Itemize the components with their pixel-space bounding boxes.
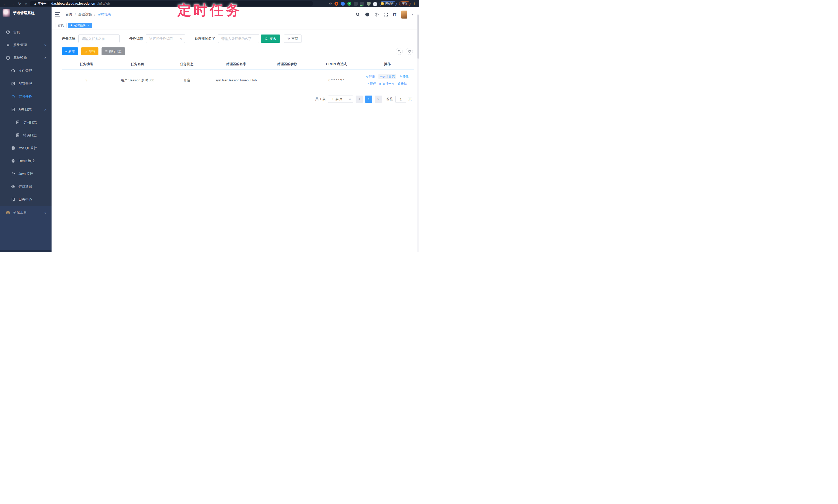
home-dashboard-icon (6, 30, 10, 34)
exec-log-button[interactable]: 执行日志 (102, 48, 125, 55)
reload-icon[interactable]: ↻ (18, 2, 21, 5)
address-bar[interactable]: ▲ 不安全 dashboard.yudao.iocoder.cn/infra/j… (30, 1, 313, 6)
job-name-label: 任务名称 (62, 36, 75, 41)
extension-icon[interactable] (334, 2, 338, 6)
timer-icon (11, 94, 15, 98)
sidebar-item-scheduled-jobs[interactable]: 定时任务 (0, 90, 52, 103)
filter-handler-name: 处理器的名字 (195, 34, 259, 43)
mysql-monitor-icon (11, 146, 15, 150)
goto-page-input[interactable] (395, 96, 406, 103)
sidebar-item-infrastructure[interactable]: 基础设施 ∧ (0, 52, 52, 65)
forward-icon[interactable]: → (11, 2, 14, 5)
search-button[interactable]: 搜索 (261, 35, 280, 43)
sidebar-item-mysql-monitor[interactable]: MySQL 监控 (0, 142, 52, 155)
page-scrollbar[interactable] (417, 14, 419, 252)
sidebar-item-devtools[interactable]: 研发工具 ∨ (0, 206, 52, 219)
extension-icon[interactable] (354, 2, 358, 6)
security-warning[interactable]: ▲ 不安全 (34, 2, 46, 6)
eye-trace-icon (11, 185, 15, 189)
export-button[interactable]: 导出 (81, 48, 99, 55)
extension-icon[interactable]: on (360, 2, 364, 6)
user-avatar[interactable] (401, 11, 407, 19)
app-logo-row[interactable]: 芋道管理系统 (0, 7, 52, 19)
chevron-down-icon: ∨ (180, 37, 183, 40)
cell-actions: ⊙详细 ≡执行日志 ✎修改 ×暂停 ▶执行一次 删除 (361, 70, 414, 91)
emoji-face-icon (381, 2, 384, 5)
extension-icon[interactable]: V (347, 2, 351, 6)
cell-job-name: 用户 Session 超时 Job (111, 70, 164, 91)
add-button[interactable]: + 新增 (62, 48, 78, 55)
infrastructure-icon (6, 56, 10, 60)
url-host: dashboard.yudao.iocoder.cn (51, 2, 95, 5)
page-size-select[interactable]: 10条/页 ∨ (328, 95, 353, 103)
extension-icon[interactable] (341, 2, 345, 6)
delete-link[interactable]: 删除 (398, 82, 407, 86)
search-icon[interactable] (355, 12, 360, 17)
current-page-button[interactable]: 1 (365, 95, 372, 103)
breadcrumb-infrastructure[interactable]: 基础设施 (78, 12, 92, 17)
refresh-button[interactable] (406, 48, 413, 55)
scrollbar-thumb[interactable] (417, 15, 419, 59)
row-actions: ⊙详细 ≡执行日志 ✎修改 ×暂停 ▶执行一次 删除 (363, 73, 412, 87)
exec-log-link[interactable]: ≡执行日志 (379, 74, 396, 79)
sidebar-item-access-log[interactable]: 访问日志 (0, 116, 52, 129)
plus-icon: + (65, 50, 67, 53)
tab-close-icon[interactable]: × (88, 24, 89, 27)
header-actions: tT ▾ (355, 11, 413, 19)
browser-menu-icon[interactable]: ⋮ (413, 2, 416, 6)
tab-home[interactable]: 首页 (55, 23, 67, 28)
breadcrumb-home[interactable]: 首页 (66, 12, 72, 17)
back-icon[interactable]: ← (3, 2, 7, 5)
detail-link[interactable]: ⊙详细 (366, 75, 375, 78)
play-icon: ▶ (380, 82, 382, 85)
pause-icon: × (368, 82, 369, 85)
sidebar-item-java-monitor[interactable]: Java 监控 (0, 167, 52, 180)
github-icon[interactable] (365, 12, 369, 17)
cloud-upload-icon (11, 69, 15, 73)
paused-badge[interactable]: 已暂停 (380, 1, 397, 6)
url-path: /infra/job (98, 2, 110, 5)
tab-scheduled-jobs[interactable]: 定时任务 × (68, 23, 92, 28)
next-page-button[interactable]: > (375, 95, 382, 103)
cell-job-id: 3 (62, 70, 111, 91)
help-icon[interactable] (374, 12, 379, 17)
list-icon (105, 50, 108, 53)
filter-job-name: 任务名称 (62, 34, 120, 43)
sidebar-item-trace[interactable]: 链路追踪 (0, 180, 52, 193)
toggle-search-button[interactable] (396, 48, 403, 55)
sidebar-item-error-log[interactable]: 错误日志 (0, 129, 52, 142)
job-name-input[interactable] (78, 34, 120, 43)
sidebar-item-log-center[interactable]: 日志中心 (0, 193, 52, 206)
home-icon[interactable]: ⌂ (25, 2, 27, 5)
sidebar-item-file-mgmt[interactable]: 文件管理 (0, 65, 52, 77)
app-title: 芋道管理系统 (13, 11, 35, 15)
sidebar-item-api-log[interactable]: API 日志 ∧ (0, 103, 52, 116)
sidebar-item-config-mgmt[interactable]: 配置管理 (0, 77, 52, 90)
bookmark-star-icon[interactable]: ☆ (329, 2, 332, 6)
chevron-up-icon: ∧ (44, 108, 47, 111)
update-button[interactable]: 更新 (399, 1, 411, 6)
reset-button[interactable]: ↻ 重置 (284, 35, 302, 43)
fullscreen-icon[interactable] (384, 12, 388, 17)
total-count: 共 1 条 (315, 97, 326, 102)
prev-page-button[interactable]: < (355, 95, 363, 103)
col-handler-param: 处理器的参数 (263, 59, 312, 70)
table-toolbar: + 新增 导出 执行日志 (62, 48, 414, 55)
edit-link[interactable]: ✎修改 (400, 75, 409, 78)
browser-extensions: ☆ V on 已暂停 更新 ⋮ (329, 1, 419, 6)
access-log-icon (15, 120, 20, 124)
redis-monitor-icon (11, 159, 15, 163)
sidebar-toggle-icon[interactable] (55, 12, 60, 17)
job-status-select[interactable]: 请选择任务状态 ∨ (146, 34, 185, 43)
extension-icon[interactable] (367, 2, 370, 6)
run-once-link[interactable]: ▶执行一次 (380, 82, 395, 86)
handler-name-input[interactable] (218, 34, 259, 43)
extension-icon[interactable] (373, 2, 377, 6)
pause-link[interactable]: ×暂停 (368, 82, 376, 86)
sidebar-item-redis-monitor[interactable]: Redis 监控 (0, 155, 52, 167)
font-size-icon[interactable]: tT (393, 12, 396, 17)
avatar-caret-icon[interactable]: ▾ (412, 13, 413, 16)
handler-name-label: 处理器的名字 (195, 36, 215, 41)
sidebar-item-home[interactable]: 首页 (0, 26, 52, 39)
sidebar-item-system-mgmt[interactable]: 系统管理 ∨ (0, 39, 52, 52)
